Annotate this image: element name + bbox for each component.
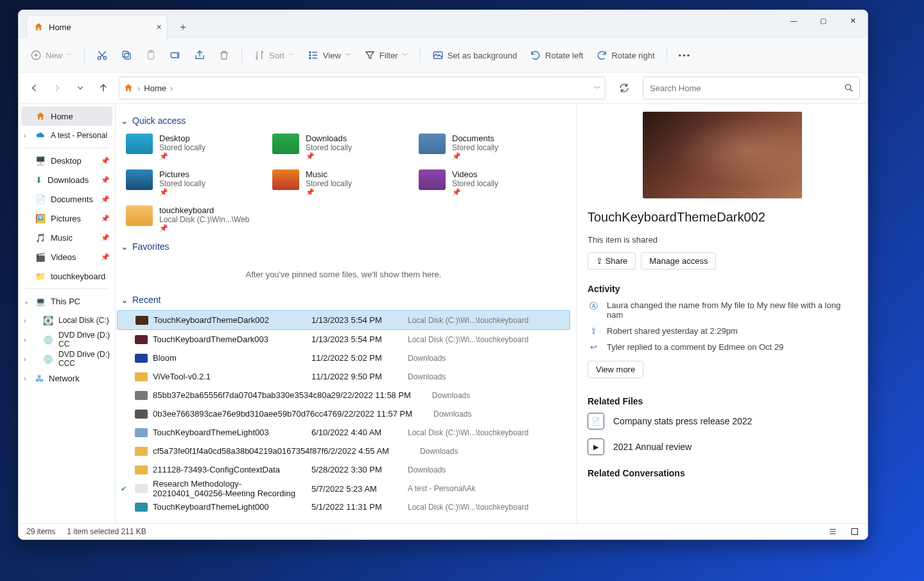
delete-button[interactable]: [213, 47, 235, 64]
chevron-right-icon[interactable]: ›: [24, 317, 26, 324]
back-button[interactable]: [26, 80, 42, 96]
quick-access-grid: DesktopStored locally📌 DownloadsStored l…: [123, 131, 570, 235]
home-icon: [123, 83, 134, 93]
paste-button[interactable]: [140, 47, 162, 64]
close-window-button[interactable]: ✕: [838, 10, 867, 31]
chevron-right-icon[interactable]: ›: [24, 132, 26, 139]
sidebar-item-music[interactable]: 🎵Music📌: [19, 228, 115, 247]
sidebar-item-atest[interactable]: › A test - Personal: [19, 126, 115, 145]
preview-image: [643, 112, 802, 198]
quick-access-item[interactable]: PicturesStored locally📌: [123, 167, 265, 199]
recent-row[interactable]: 0b3ee7663893cae76e9bd310aee59b70d76cc476…: [117, 404, 570, 423]
search-box[interactable]: [643, 76, 860, 100]
chevron-right-icon[interactable]: ›: [24, 356, 26, 363]
section-quick-access[interactable]: ⌄ Quick access: [121, 116, 570, 126]
new-tab-button[interactable]: ＋: [171, 15, 195, 39]
quick-access-item[interactable]: DownloadsStored locally📌: [270, 131, 411, 163]
related-file-row[interactable]: ▶2021 Annual review: [588, 438, 857, 455]
sidebar-item-thispc[interactable]: ⌄ 💻 This PC: [19, 291, 115, 311]
sidebar-item-touchkeyboard[interactable]: 📁touchkeyboard: [19, 266, 115, 286]
file-thumb-icon: [135, 465, 148, 474]
sidebar-item-videos[interactable]: 🎬Videos📌: [19, 247, 115, 266]
recent-row[interactable]: TouchKeyboardThemeDark002 1/13/2023 5:54…: [117, 310, 570, 330]
address-bar[interactable]: › Home › ﹀: [119, 76, 606, 100]
recent-row[interactable]: TouchKeyboardThemeLight000 5/1/2022 11:3…: [117, 498, 570, 516]
sidebar-item-desktop[interactable]: 🖥️Desktop📌: [19, 151, 115, 170]
view-button[interactable]: View ﹀: [302, 47, 356, 64]
rotate-right-button[interactable]: Rotate right: [591, 47, 659, 64]
sidebar-item-network[interactable]: ›🖧Network: [19, 369, 115, 388]
share-button[interactable]: ⇪ Share: [588, 252, 636, 270]
filter-button[interactable]: Filter ﹀: [359, 47, 414, 64]
recent-row[interactable]: TouchKeyboardThemeDark003 1/13/2023 5:54…: [117, 330, 570, 349]
sidebar-item-pictures[interactable]: 🖼️Pictures📌: [19, 209, 115, 228]
activity-heading: Activity: [588, 284, 857, 294]
quick-access-item[interactable]: DocumentsStored locally📌: [416, 131, 557, 163]
network-icon: 🖧: [35, 374, 44, 383]
maximize-button[interactable]: ▢: [808, 10, 838, 31]
minimize-button[interactable]: —: [779, 10, 808, 31]
rotate-right-icon: [596, 49, 607, 61]
search-input[interactable]: [649, 83, 844, 94]
related-file-row[interactable]: 📄Company stats press release 2022: [588, 413, 857, 429]
cut-button[interactable]: [91, 47, 113, 64]
details-view-icon[interactable]: [828, 527, 838, 536]
pin-icon: 📌: [306, 152, 352, 160]
share-button[interactable]: [189, 47, 211, 64]
set-background-button[interactable]: Set as background: [427, 47, 522, 64]
quick-access-item[interactable]: DesktopStored locally📌: [123, 131, 265, 163]
recent-row[interactable]: TouchKeyboardThemeLight003 6/10/2022 4:4…: [117, 423, 570, 442]
pin-icon: 📌: [159, 188, 205, 196]
breadcrumb-home[interactable]: Home: [144, 83, 166, 93]
recent-row[interactable]: ✔ Research Methodology-20210401_040256-M…: [117, 479, 570, 498]
recent-row[interactable]: Bloom 11/2/2022 5:02 PM Downloads: [117, 349, 570, 367]
recent-locations-button[interactable]: [73, 80, 88, 96]
sidebar-item-dvd1[interactable]: ›💿DVD Drive (D:) CC: [19, 330, 115, 349]
recent-row[interactable]: 85bb37e2ba65556f7da07047bab330e3534c80a2…: [117, 386, 570, 404]
refresh-button[interactable]: [613, 77, 635, 99]
file-thumb-icon: [135, 447, 148, 456]
recent-row[interactable]: 211128-73493-ConfigContextData 5/28/2022…: [117, 460, 570, 479]
pin-icon: 📌: [101, 195, 110, 204]
chevron-down-icon: ﹀: [402, 51, 408, 60]
section-recent[interactable]: ⌄ Recent: [121, 295, 570, 305]
section-favorites[interactable]: ⌄ Favorites: [121, 241, 570, 252]
more-button[interactable]: •••: [674, 48, 697, 63]
quick-access-item[interactable]: touchkeyboardLocal Disk (C:)\Win...\Web📌: [123, 203, 265, 235]
recent-row[interactable]: cf5a73fe0f1f4a0cd58a38b04219a0167354f87f…: [117, 442, 570, 460]
close-tab-icon[interactable]: ✕: [156, 23, 162, 31]
large-icons-view-icon[interactable]: [850, 527, 860, 536]
address-chevron-down-icon[interactable]: ﹀: [594, 83, 601, 93]
new-button[interactable]: New ﹀: [25, 47, 78, 64]
content-area: ⌄ Quick access DesktopStored locally📌 Do…: [116, 104, 577, 523]
favorites-empty-text: After you've pinned some files, we'll sh…: [117, 257, 570, 290]
manage-access-button[interactable]: Manage access: [641, 252, 716, 270]
view-more-button[interactable]: View more: [588, 361, 643, 378]
quick-access-item[interactable]: VideosStored locally📌: [416, 167, 557, 199]
rename-button[interactable]: [164, 47, 186, 64]
sidebar-item-downloads[interactable]: ⬇Downloads📌: [19, 170, 115, 189]
sidebar-item-dvd2[interactable]: ›💿DVD Drive (D:) CCC: [19, 349, 115, 369]
up-button[interactable]: [96, 80, 111, 96]
recent-row[interactable]: ViVeTool-v0.2.1 11/1/2022 9:50 PM Downlo…: [117, 367, 570, 386]
rotate-left-button[interactable]: Rotate left: [525, 47, 588, 64]
chevron-right-icon[interactable]: ›: [24, 375, 26, 382]
copy-button[interactable]: [116, 47, 137, 64]
pc-icon: 💻: [35, 297, 46, 306]
sidebar: Home › A test - Personal 🖥️Desktop📌 ⬇Dow…: [19, 104, 116, 523]
tab-home[interactable]: Home ✕: [26, 15, 168, 39]
sidebar-item-local-c[interactable]: ›💽Local Disk (C:): [19, 311, 115, 330]
svg-point-9: [309, 55, 310, 56]
sort-button[interactable]: Sort ﹀: [248, 47, 300, 64]
quick-access-item[interactable]: MusicStored locally📌: [270, 167, 411, 199]
forward-button[interactable]: [49, 80, 65, 96]
chevron-right-icon[interactable]: ›: [24, 336, 26, 343]
svg-rect-4: [123, 51, 128, 57]
file-thumb-icon: [135, 391, 148, 400]
recent-list: TouchKeyboardThemeDark002 1/13/2023 5:54…: [117, 310, 570, 516]
chevron-down-icon[interactable]: ⌄: [24, 298, 29, 305]
svg-rect-13: [851, 528, 857, 534]
sidebar-item-home[interactable]: Home: [21, 107, 112, 126]
chevron-down-icon: ⌄: [121, 116, 128, 126]
sidebar-item-documents[interactable]: 📄Documents📌: [19, 189, 115, 209]
